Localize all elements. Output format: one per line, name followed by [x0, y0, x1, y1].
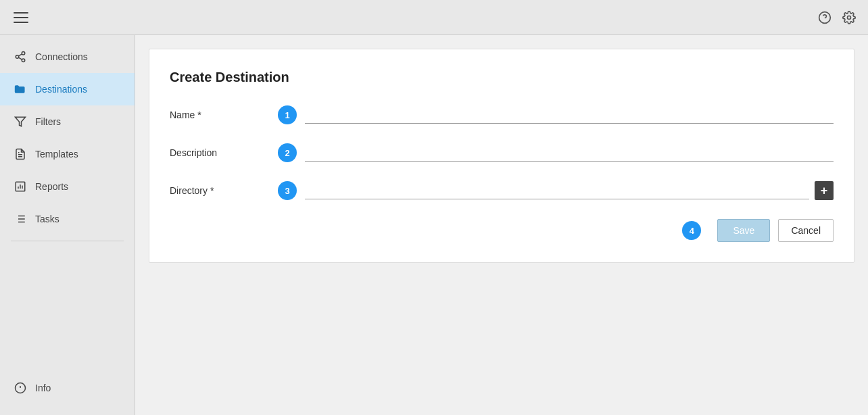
directory-add-button[interactable]: +	[815, 181, 834, 200]
templates-icon	[14, 147, 27, 161]
content-area: Create Destination Name * 1 Description …	[135, 35, 868, 415]
sidebar-item-reports-label: Reports	[35, 181, 68, 192]
sidebar-item-tasks-label: Tasks	[35, 214, 59, 224]
directory-input[interactable]	[305, 182, 809, 199]
topbar-right	[817, 9, 857, 26]
content-card: Create Destination Name * 1 Description …	[149, 49, 854, 263]
sidebar-item-info-label: Info	[35, 383, 51, 393]
help-icon[interactable]	[817, 9, 833, 26]
sidebar-item-destinations[interactable]: Destinations	[0, 73, 135, 105]
step-badge-1: 1	[278, 105, 297, 124]
svg-point-3	[22, 52, 25, 55]
sidebar-item-info[interactable]: Info	[0, 372, 135, 404]
sidebar-item-tasks[interactable]: Tasks	[0, 203, 135, 235]
filters-icon	[14, 115, 27, 128]
sidebar-divider	[11, 241, 124, 241]
page-title: Create Destination	[170, 70, 834, 85]
info-icon	[14, 381, 27, 395]
sidebar-bottom: Info	[0, 372, 135, 410]
settings-icon[interactable]	[841, 9, 857, 26]
step-badge-4: 4	[682, 221, 701, 240]
destinations-icon	[14, 82, 27, 96]
step-badge-3: 3	[278, 181, 297, 200]
sidebar: Connections Destinations Filters	[0, 35, 135, 415]
reports-icon	[14, 180, 27, 193]
topbar	[0, 0, 868, 35]
description-label: Description	[170, 147, 278, 158]
svg-point-2	[848, 16, 851, 19]
svg-line-6	[18, 57, 22, 59]
description-input[interactable]	[305, 145, 834, 162]
svg-point-4	[16, 55, 19, 59]
tasks-icon	[14, 212, 27, 226]
sidebar-item-filters[interactable]: Filters	[0, 105, 135, 138]
sidebar-item-connections[interactable]: Connections	[0, 41, 135, 73]
sidebar-item-templates[interactable]: Templates	[0, 138, 135, 170]
name-field-wrap: 1	[278, 105, 834, 124]
svg-line-7	[18, 54, 22, 56]
step-badge-2: 2	[278, 143, 297, 162]
form-actions: 4 Save Cancel	[170, 219, 834, 242]
name-label: Name *	[170, 109, 278, 120]
form-row-directory: Directory * 3 +	[170, 181, 834, 200]
form-row-name: Name * 1	[170, 105, 834, 124]
save-button[interactable]: Save	[717, 219, 770, 242]
cancel-button[interactable]: Cancel	[778, 219, 834, 242]
svg-marker-8	[16, 117, 26, 126]
hamburger-menu-icon[interactable]	[11, 9, 31, 26]
description-field-wrap: 2	[278, 143, 834, 162]
sidebar-item-filters-label: Filters	[35, 116, 61, 127]
connections-icon	[14, 50, 27, 64]
sidebar-item-destinations-label: Destinations	[35, 84, 87, 95]
form-row-description: Description 2	[170, 143, 834, 162]
svg-point-5	[22, 59, 25, 62]
sidebar-item-templates-label: Templates	[35, 149, 78, 160]
sidebar-item-connections-label: Connections	[35, 51, 88, 62]
directory-label: Directory *	[170, 185, 278, 196]
main-layout: Connections Destinations Filters	[0, 35, 868, 415]
name-input[interactable]	[305, 107, 834, 124]
directory-field-wrap: 3 +	[278, 181, 834, 200]
sidebar-item-reports[interactable]: Reports	[0, 170, 135, 203]
